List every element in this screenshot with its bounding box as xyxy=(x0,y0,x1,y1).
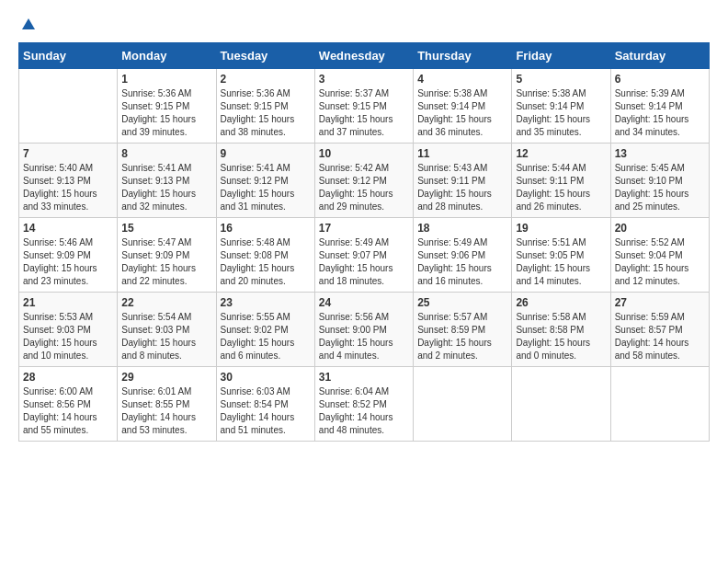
day-number: 8 xyxy=(121,147,211,160)
table-cell: 3 Sunrise: 5:37 AMSunset: 9:15 PMDayligh… xyxy=(314,69,413,144)
day-info: Sunrise: 5:36 AMSunset: 9:15 PMDaylight:… xyxy=(121,88,196,137)
day-info: Sunrise: 5:53 AMSunset: 9:03 PMDaylight:… xyxy=(23,312,97,361)
header-friday: Friday xyxy=(512,43,610,69)
day-number: 1 xyxy=(121,73,211,86)
table-cell xyxy=(610,367,709,442)
day-number: 22 xyxy=(121,296,211,309)
header-tuesday: Tuesday xyxy=(216,43,314,69)
table-cell: 15 Sunrise: 5:47 AMSunset: 9:09 PMDaylig… xyxy=(118,218,216,293)
day-number: 19 xyxy=(516,222,606,235)
day-info: Sunrise: 5:40 AMSunset: 9:13 PMDaylight:… xyxy=(23,163,97,212)
header-wednesday: Wednesday xyxy=(314,43,413,69)
header-sunday: Sunday xyxy=(19,43,118,69)
day-info: Sunrise: 5:38 AMSunset: 9:14 PMDaylight:… xyxy=(417,88,492,137)
table-cell: 13 Sunrise: 5:45 AMSunset: 9:10 PMDaylig… xyxy=(610,144,709,218)
day-number: 28 xyxy=(23,371,113,384)
day-info: Sunrise: 5:41 AMSunset: 9:12 PMDaylight:… xyxy=(221,163,295,212)
day-number: 15 xyxy=(121,222,211,235)
day-info: Sunrise: 5:52 AMSunset: 9:04 PMDaylight:… xyxy=(615,237,689,286)
table-cell: 2 Sunrise: 5:36 AMSunset: 9:15 PMDayligh… xyxy=(216,69,314,144)
day-info: Sunrise: 5:41 AMSunset: 9:13 PMDaylight:… xyxy=(121,163,196,212)
day-info: Sunrise: 5:55 AMSunset: 9:02 PMDaylight:… xyxy=(221,312,295,361)
table-cell: 26 Sunrise: 5:58 AMSunset: 8:58 PMDaylig… xyxy=(512,293,610,367)
table-cell: 10 Sunrise: 5:42 AMSunset: 9:12 PMDaylig… xyxy=(314,144,413,218)
table-cell: 5 Sunrise: 5:38 AMSunset: 9:14 PMDayligh… xyxy=(512,69,610,144)
table-cell: 24 Sunrise: 5:56 AMSunset: 9:00 PMDaylig… xyxy=(314,293,413,367)
day-number: 9 xyxy=(221,147,311,160)
day-number: 24 xyxy=(319,296,409,309)
day-info: Sunrise: 5:48 AMSunset: 9:08 PMDaylight:… xyxy=(221,237,295,286)
table-cell: 18 Sunrise: 5:49 AMSunset: 9:06 PMDaylig… xyxy=(414,218,512,293)
table-cell: 9 Sunrise: 5:41 AMSunset: 9:12 PMDayligh… xyxy=(216,144,314,218)
day-info: Sunrise: 5:58 AMSunset: 8:58 PMDaylight:… xyxy=(516,312,590,361)
day-info: Sunrise: 5:42 AMSunset: 9:12 PMDaylight:… xyxy=(319,163,393,212)
day-info: Sunrise: 5:45 AMSunset: 9:10 PMDaylight:… xyxy=(615,163,689,212)
table-cell: 19 Sunrise: 5:51 AMSunset: 9:05 PMDaylig… xyxy=(512,218,610,293)
table-cell: 28 Sunrise: 6:00 AMSunset: 8:56 PMDaylig… xyxy=(19,367,118,442)
table-cell: 29 Sunrise: 6:01 AMSunset: 8:55 PMDaylig… xyxy=(118,367,216,442)
table-cell: 31 Sunrise: 6:04 AMSunset: 8:52 PMDaylig… xyxy=(314,367,413,442)
day-info: Sunrise: 5:56 AMSunset: 9:00 PMDaylight:… xyxy=(319,312,393,361)
day-number: 21 xyxy=(23,296,113,309)
day-info: Sunrise: 6:03 AMSunset: 8:54 PMDaylight:… xyxy=(221,386,295,435)
table-cell: 23 Sunrise: 5:55 AMSunset: 9:02 PMDaylig… xyxy=(216,293,314,367)
day-info: Sunrise: 5:38 AMSunset: 9:14 PMDaylight:… xyxy=(516,88,590,137)
day-info: Sunrise: 5:47 AMSunset: 9:09 PMDaylight:… xyxy=(121,237,196,286)
logo xyxy=(18,18,37,33)
day-number: 31 xyxy=(319,371,409,384)
day-info: Sunrise: 6:00 AMSunset: 8:56 PMDaylight:… xyxy=(23,386,97,435)
day-number: 29 xyxy=(121,371,211,384)
day-info: Sunrise: 6:04 AMSunset: 8:52 PMDaylight:… xyxy=(319,386,393,435)
table-cell: 25 Sunrise: 5:57 AMSunset: 8:59 PMDaylig… xyxy=(414,293,512,367)
table-cell: 21 Sunrise: 5:53 AMSunset: 9:03 PMDaylig… xyxy=(19,293,118,367)
table-cell: 8 Sunrise: 5:41 AMSunset: 9:13 PMDayligh… xyxy=(118,144,216,218)
day-number: 2 xyxy=(221,73,311,86)
day-number: 4 xyxy=(417,73,507,86)
day-number: 5 xyxy=(516,73,606,86)
day-info: Sunrise: 5:51 AMSunset: 9:05 PMDaylight:… xyxy=(516,237,590,286)
svg-marker-0 xyxy=(22,18,35,29)
table-cell: 12 Sunrise: 5:44 AMSunset: 9:11 PMDaylig… xyxy=(512,144,610,218)
table-cell: 22 Sunrise: 5:54 AMSunset: 9:03 PMDaylig… xyxy=(118,293,216,367)
day-number: 17 xyxy=(319,222,409,235)
table-cell: 6 Sunrise: 5:39 AMSunset: 9:14 PMDayligh… xyxy=(610,69,709,144)
table-cell: 7 Sunrise: 5:40 AMSunset: 9:13 PMDayligh… xyxy=(19,144,118,218)
table-cell xyxy=(19,69,118,144)
table-cell: 17 Sunrise: 5:49 AMSunset: 9:07 PMDaylig… xyxy=(314,218,413,293)
day-info: Sunrise: 5:54 AMSunset: 9:03 PMDaylight:… xyxy=(121,312,196,361)
day-number: 3 xyxy=(319,73,409,86)
day-number: 12 xyxy=(516,147,606,160)
table-cell xyxy=(512,367,610,442)
table-cell: 1 Sunrise: 5:36 AMSunset: 9:15 PMDayligh… xyxy=(118,69,216,144)
table-cell: 11 Sunrise: 5:43 AMSunset: 9:11 PMDaylig… xyxy=(414,144,512,218)
day-number: 23 xyxy=(221,296,311,309)
day-info: Sunrise: 5:37 AMSunset: 9:15 PMDaylight:… xyxy=(319,88,393,137)
day-info: Sunrise: 5:36 AMSunset: 9:15 PMDaylight:… xyxy=(221,88,295,137)
header-saturday: Saturday xyxy=(610,43,709,69)
day-info: Sunrise: 5:43 AMSunset: 9:11 PMDaylight:… xyxy=(417,163,492,212)
day-info: Sunrise: 5:46 AMSunset: 9:09 PMDaylight:… xyxy=(23,237,97,286)
day-number: 20 xyxy=(615,222,705,235)
day-number: 30 xyxy=(221,371,311,384)
header-thursday: Thursday xyxy=(414,43,512,69)
day-number: 26 xyxy=(516,296,606,309)
day-number: 6 xyxy=(615,73,705,86)
day-number: 16 xyxy=(221,222,311,235)
day-number: 27 xyxy=(615,296,705,309)
day-number: 18 xyxy=(417,222,507,235)
day-number: 25 xyxy=(417,296,507,309)
day-info: Sunrise: 5:49 AMSunset: 9:06 PMDaylight:… xyxy=(417,237,492,286)
header xyxy=(18,18,710,33)
day-number: 10 xyxy=(319,147,409,160)
day-info: Sunrise: 5:59 AMSunset: 8:57 PMDaylight:… xyxy=(615,312,689,361)
day-info: Sunrise: 5:57 AMSunset: 8:59 PMDaylight:… xyxy=(417,312,492,361)
day-info: Sunrise: 6:01 AMSunset: 8:55 PMDaylight:… xyxy=(121,386,196,435)
calendar-table: SundayMondayTuesdayWednesdayThursdayFrid… xyxy=(18,42,710,442)
table-cell: 27 Sunrise: 5:59 AMSunset: 8:57 PMDaylig… xyxy=(610,293,709,367)
day-info: Sunrise: 5:44 AMSunset: 9:11 PMDaylight:… xyxy=(516,163,590,212)
day-number: 7 xyxy=(23,147,113,160)
table-cell xyxy=(414,367,512,442)
table-cell: 30 Sunrise: 6:03 AMSunset: 8:54 PMDaylig… xyxy=(216,367,314,442)
table-cell: 16 Sunrise: 5:48 AMSunset: 9:08 PMDaylig… xyxy=(216,218,314,293)
table-cell: 20 Sunrise: 5:52 AMSunset: 9:04 PMDaylig… xyxy=(610,218,709,293)
